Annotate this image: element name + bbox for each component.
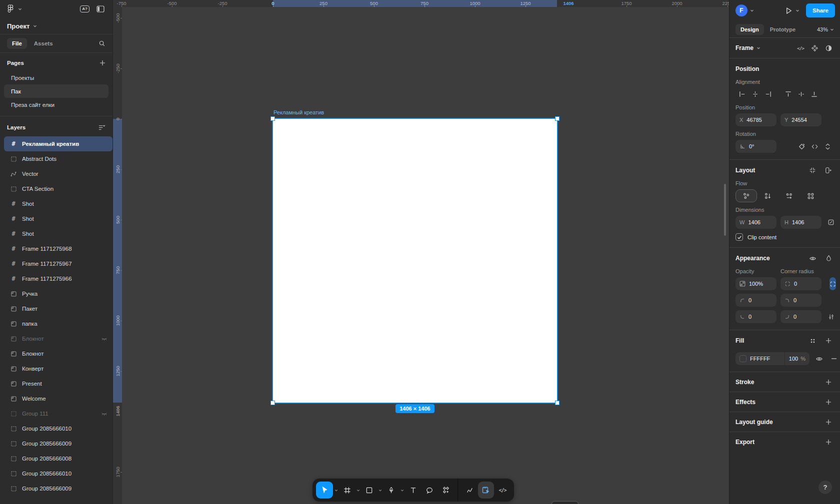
actions-tool-button[interactable] (438, 482, 454, 499)
layer-row[interactable]: #Frame 1171275967 (4, 256, 112, 271)
rotation-input[interactable]: 0° (736, 140, 776, 153)
corner-top-right-input[interactable]: 0 (780, 294, 822, 307)
tab-file[interactable]: File (7, 38, 27, 49)
resize-handle-top-right[interactable] (555, 116, 560, 121)
layer-row[interactable]: Present (4, 376, 112, 391)
advanced-settings-sliders-icon[interactable] (826, 311, 836, 322)
layer-row[interactable]: #Frame 1171275966 (4, 271, 112, 286)
layer-row[interactable]: Ручка (4, 286, 112, 301)
layer-row[interactable]: #Рекламный креатив (4, 136, 112, 151)
tab-assets[interactable]: Assets (29, 38, 58, 49)
blend-droplet-icon[interactable] (823, 253, 834, 264)
visibility-eye-icon[interactable] (807, 253, 818, 264)
comment-tool-button[interactable] (422, 482, 438, 499)
hidden-eye-icon[interactable] (101, 336, 108, 342)
fill-visibility-eye-icon[interactable] (814, 353, 824, 364)
shape-tool-chevron-icon[interactable] (378, 482, 382, 499)
layer-row[interactable]: Блокнот (4, 331, 112, 346)
flip-vertical-button[interactable] (821, 140, 834, 152)
height-input[interactable]: H1406 (780, 216, 822, 229)
corner-radius-input[interactable]: 0 (780, 277, 822, 290)
x-position-input[interactable]: X46785 (736, 113, 776, 126)
layer-row[interactable]: #Frame 1171275968 (4, 241, 112, 256)
tab-prototype[interactable]: Prototype (765, 24, 800, 35)
styles-grid-icon[interactable] (807, 335, 818, 346)
shape-tool-button[interactable] (361, 482, 377, 499)
ai-actions-icon[interactable]: A? (80, 5, 90, 12)
add-layout-guide-icon[interactable] (823, 417, 834, 428)
frame-tool-button[interactable] (339, 482, 355, 499)
fill-color-swatch[interactable] (740, 355, 746, 362)
resize-handle-top-left[interactable] (270, 116, 275, 121)
present-play-icon[interactable] (784, 6, 793, 15)
add-auto-layout-icon[interactable] (823, 165, 834, 176)
layer-row[interactable]: Group 2085666008 (4, 451, 112, 466)
flip-horizontal-button[interactable] (808, 140, 821, 152)
layer-list-options-icon[interactable] (98, 124, 106, 131)
corner-bottom-left-input[interactable]: 0 (736, 310, 776, 323)
pen-tool-button[interactable] (383, 482, 399, 499)
frame-tool-chevron-icon[interactable] (356, 482, 360, 499)
move-tool-button[interactable] (316, 482, 333, 499)
align-horizontal-center-button[interactable] (748, 88, 762, 100)
layer-row[interactable]: Group 2085666010 (4, 421, 112, 436)
width-input[interactable]: W1406 (736, 216, 776, 229)
tab-design[interactable]: Design (736, 24, 764, 35)
align-vertical-center-button[interactable] (794, 88, 808, 100)
dev-code-icon[interactable]: </> (795, 42, 806, 53)
clip-content-checkbox[interactable] (736, 233, 743, 241)
layer-row[interactable]: Abstract Dots (4, 151, 112, 166)
align-left-button[interactable] (736, 88, 748, 100)
layer-row[interactable]: Welcome (4, 391, 112, 406)
layer-row[interactable]: Пакет (4, 301, 112, 316)
zoom-menu[interactable]: 43% (817, 26, 834, 32)
layer-row[interactable]: #Shot (4, 226, 112, 241)
layer-row[interactable]: папка (4, 316, 112, 331)
y-position-input[interactable]: Y24554 (780, 113, 822, 126)
variable-modes-icon[interactable] (823, 42, 834, 53)
pen-tool-chevron-icon[interactable] (400, 482, 404, 499)
share-button[interactable]: Share (806, 3, 835, 17)
fill-color-row[interactable]: FFFFFF 100 % (736, 352, 810, 365)
add-fill-icon[interactable] (823, 335, 834, 346)
layer-row[interactable]: Group 2085666010 (4, 466, 112, 481)
layer-row[interactable]: #Shot (4, 211, 112, 226)
figma-logo-icon[interactable] (7, 4, 14, 13)
align-top-button[interactable] (782, 88, 794, 100)
layer-row[interactable]: CTA Section (4, 181, 112, 196)
add-export-icon[interactable] (823, 437, 834, 448)
chevron-down-icon[interactable] (18, 7, 22, 11)
opacity-input[interactable]: 100% (736, 277, 776, 290)
add-page-icon[interactable] (100, 60, 106, 66)
draw-tool-button[interactable] (462, 482, 478, 499)
layer-row[interactable]: #Shot (4, 196, 112, 211)
horizontal-ruler[interactable]: -750-500-2500250500750100012501750200022… (113, 0, 729, 7)
selected-frame[interactable] (273, 119, 557, 403)
design-mode-button[interactable] (478, 482, 494, 499)
layer-row[interactable]: Блокнот (4, 346, 112, 361)
independent-corners-toggle[interactable] (830, 277, 836, 290)
user-avatar[interactable]: F (736, 4, 748, 16)
add-effect-icon[interactable] (823, 397, 834, 408)
page-item[interactable]: Преза сайт елки (4, 98, 108, 111)
flow-grid-button[interactable] (800, 189, 822, 202)
layer-row[interactable]: Конверт (4, 361, 112, 376)
dev-mode-button[interactable]: </> (494, 482, 510, 499)
component-icon[interactable] (809, 42, 820, 53)
remove-fill-icon[interactable] (828, 353, 840, 364)
page-item[interactable]: Проекты (4, 71, 108, 84)
vertical-ruler[interactable]: -500-25002505007501000125017501406 (113, 0, 122, 504)
constrain-proportions-icon[interactable] (826, 217, 836, 228)
flow-vertical-button[interactable] (757, 189, 778, 202)
present-chevron-icon[interactable] (796, 8, 800, 12)
layer-row[interactable]: Vector (4, 166, 112, 181)
layer-row[interactable]: Group 111 (4, 406, 112, 421)
fill-hex-value[interactable]: FFFFFF (750, 356, 770, 362)
frame-label[interactable]: Рекламный креатив (274, 109, 324, 115)
layer-row[interactable]: Group 2085666009 (4, 436, 112, 451)
resize-to-fit-icon[interactable] (807, 165, 818, 176)
align-bottom-button[interactable] (808, 88, 820, 100)
page-item[interactable]: Пак (4, 84, 108, 98)
avatar-chevron-icon[interactable] (750, 8, 754, 12)
frame-type-chevron-icon[interactable] (756, 46, 760, 50)
